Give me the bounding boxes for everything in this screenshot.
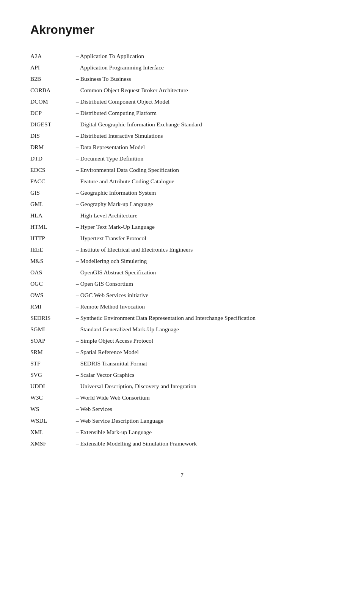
acronym-definition: – Document Type Definition xyxy=(72,153,334,164)
acronym-definition: – Distributed Interactive Simulations xyxy=(72,130,334,142)
acronym-abbr: OWS xyxy=(30,290,72,301)
acronym-definition: – Synthetic Environment Data Representat… xyxy=(72,312,334,324)
acronym-row: SGML– Standard Generalized Mark-Up Langu… xyxy=(30,324,334,335)
acronym-row: GML– Geography Mark-up Language xyxy=(30,198,334,210)
acronym-row: EDCS– Environmental Data Coding Specific… xyxy=(30,164,334,176)
acronym-row: HTTP– Hypertext Transfer Protocol xyxy=(30,233,334,244)
acronym-abbr: OAS xyxy=(30,267,72,278)
acronym-abbr: WS xyxy=(30,403,72,415)
acronym-abbr: XML xyxy=(30,427,72,438)
acronym-row: IEEE– Institute of Electrical and Electr… xyxy=(30,244,334,255)
acronym-definition: – Modellering och Simulering xyxy=(72,255,334,267)
acronym-definition: – Spatial Reference Model xyxy=(72,346,334,358)
acronym-row: API– Application Programming Interface xyxy=(30,62,334,73)
acronym-definition: – SEDRIS Transmittal Format xyxy=(72,358,334,369)
acronym-row: WSDL– Web Service Description Language xyxy=(30,415,334,427)
acronym-definition: – Common Object Request Broker Architect… xyxy=(72,85,334,96)
page-title: Akronymer xyxy=(30,23,334,37)
acronym-abbr: B2B xyxy=(30,73,72,85)
acronym-definition: – Remote Method Invocation xyxy=(72,301,334,312)
acronym-definition: – High Level Architecture xyxy=(72,210,334,221)
acronym-abbr: XMSF xyxy=(30,438,72,449)
acronym-abbr: DTD xyxy=(30,153,72,164)
acronym-row: STF– SEDRIS Transmittal Format xyxy=(30,358,334,369)
acronym-abbr: DRM xyxy=(30,142,72,153)
acronym-row: RMI– Remote Method Invocation xyxy=(30,301,334,312)
acronym-row: OAS– OpenGIS Abstract Specification xyxy=(30,267,334,278)
acronym-definition: – Scalar Vector Graphics xyxy=(72,369,334,381)
acronym-row: DIGEST– Digital Geographic Information E… xyxy=(30,119,334,130)
acronym-definition: – Environmental Data Coding Specificatio… xyxy=(72,164,334,176)
acronym-definition: – Distributed Component Object Model xyxy=(72,96,334,107)
acronym-row: OGC– Open GIS Consortium xyxy=(30,278,334,290)
acronym-row: FACC– Feature and Attribute Coding Catal… xyxy=(30,176,334,187)
acronym-definition: – Institute of Electrical and Electronic… xyxy=(72,244,334,255)
acronym-abbr: HLA xyxy=(30,210,72,221)
acronym-abbr: DCOM xyxy=(30,96,72,107)
acronym-definition: – Hypertext Transfer Protocol xyxy=(72,233,334,244)
acronym-row: W3C– World Wide Web Consortium xyxy=(30,392,334,403)
acronym-abbr: HTML xyxy=(30,221,72,233)
acronym-definition: – OGC Web Services initiative xyxy=(72,290,334,301)
acronym-definition: – Hyper Text Mark-Up Language xyxy=(72,221,334,233)
acronym-definition: – Application Programming Interface xyxy=(72,62,334,73)
acronym-definition: – Extensible Modelling and Simulation Fr… xyxy=(72,438,334,449)
acronym-abbr: API xyxy=(30,62,72,73)
acronym-row: HTML– Hyper Text Mark-Up Language xyxy=(30,221,334,233)
acronym-abbr: UDDI xyxy=(30,381,72,392)
acronym-definition: – Application To Application xyxy=(72,50,334,62)
acronym-definition: – Distributed Computing Platform xyxy=(72,107,334,119)
acronym-abbr: FACC xyxy=(30,176,72,187)
acronym-abbr: M&S xyxy=(30,255,72,267)
acronym-abbr: EDCS xyxy=(30,164,72,176)
acronym-row: DCOM– Distributed Component Object Model xyxy=(30,96,334,107)
acronym-abbr: SGML xyxy=(30,324,72,335)
acronym-row: M&S– Modellering och Simulering xyxy=(30,255,334,267)
acronym-row: DCP– Distributed Computing Platform xyxy=(30,107,334,119)
acronym-abbr: CORBA xyxy=(30,85,72,96)
acronym-row: OWS– OGC Web Services initiative xyxy=(30,290,334,301)
acronym-definition: – Universal Description, Discovery and I… xyxy=(72,381,334,392)
acronym-definition: – Feature and Attribute Coding Catalogue xyxy=(72,176,334,187)
acronym-abbr: OGC xyxy=(30,278,72,290)
acronym-row: XMSF– Extensible Modelling and Simulatio… xyxy=(30,438,334,449)
acronym-definition: – Geographic Information System xyxy=(72,187,334,198)
acronym-row: GIS– Geographic Information System xyxy=(30,187,334,198)
acronym-abbr: W3C xyxy=(30,392,72,403)
acronym-row: SRM– Spatial Reference Model xyxy=(30,346,334,358)
acronym-abbr: SRM xyxy=(30,346,72,358)
acronym-definition: – Geography Mark-up Language xyxy=(72,198,334,210)
acronym-row: HLA– High Level Architecture xyxy=(30,210,334,221)
acronym-definition: – Standard Generalized Mark-Up Language xyxy=(72,324,334,335)
acronym-definition: – World Wide Web Consortium xyxy=(72,392,334,403)
acronym-abbr: A2A xyxy=(30,50,72,62)
acronym-abbr: DCP xyxy=(30,107,72,119)
acronym-row: A2A– Application To Application xyxy=(30,50,334,62)
acronym-row: SVG– Scalar Vector Graphics xyxy=(30,369,334,381)
acronym-definition: – Business To Business xyxy=(72,73,334,85)
acronym-table: A2A– Application To ApplicationAPI– Appl… xyxy=(30,50,334,449)
acronym-definition: – Simple Object Access Protocol xyxy=(72,335,334,346)
acronym-row: B2B– Business To Business xyxy=(30,73,334,85)
acronym-row: CORBA– Common Object Request Broker Arch… xyxy=(30,85,334,96)
acronym-abbr: DIGEST xyxy=(30,119,72,130)
acronym-abbr: DIS xyxy=(30,130,72,142)
acronym-row: XML– Extensible Mark-up Language xyxy=(30,427,334,438)
acronym-definition: – OpenGIS Abstract Specification xyxy=(72,267,334,278)
acronym-abbr: GIS xyxy=(30,187,72,198)
acronym-abbr: RMI xyxy=(30,301,72,312)
acronym-abbr: WSDL xyxy=(30,415,72,427)
acronym-abbr: IEEE xyxy=(30,244,72,255)
acronym-definition: – Data Representation Model xyxy=(72,142,334,153)
acronym-definition: – Web Services xyxy=(72,403,334,415)
acronym-definition: – Digital Geographic Information Exchang… xyxy=(72,119,334,130)
acronym-abbr: HTTP xyxy=(30,233,72,244)
acronym-row: DRM– Data Representation Model xyxy=(30,142,334,153)
acronym-definition: – Open GIS Consortium xyxy=(72,278,334,290)
acronym-abbr: SEDRIS xyxy=(30,312,72,324)
acronym-row: UDDI– Universal Description, Discovery a… xyxy=(30,381,334,392)
acronym-abbr: STF xyxy=(30,358,72,369)
acronym-abbr: SVG xyxy=(30,369,72,381)
acronym-row: DIS– Distributed Interactive Simulations xyxy=(30,130,334,142)
acronym-row: WS– Web Services xyxy=(30,403,334,415)
